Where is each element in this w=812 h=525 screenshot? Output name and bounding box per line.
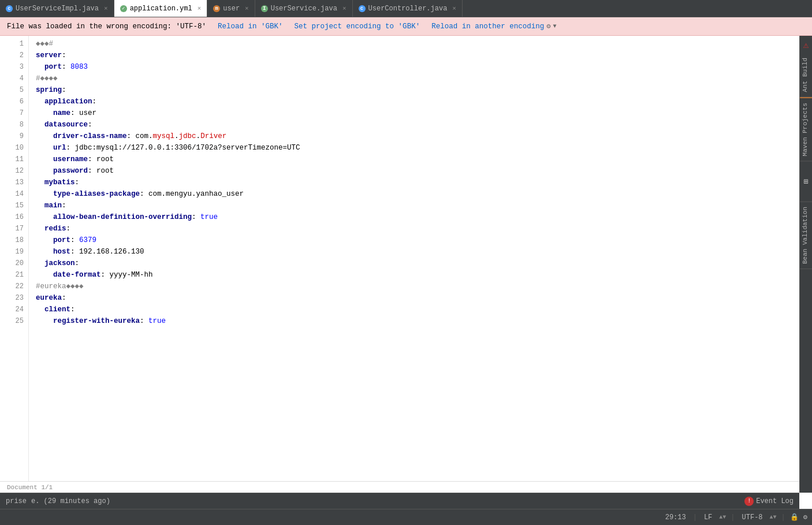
status-right: 29:13 | LF ▲▼ | UTF-8 ▲▼ | 🔒 ⚙ bbox=[658, 513, 812, 522]
code-line-13: mybatis: bbox=[36, 177, 792, 188]
right-sidebar: ⚠ Ant Build Maven Projects ⊞ Database Be… bbox=[799, 36, 812, 493]
code-line-9: driver-class-name: com.mysql.jdbc.Driver bbox=[36, 131, 792, 142]
document-position: Document 1/1 bbox=[7, 484, 53, 491]
git-icon[interactable]: ⚙ bbox=[803, 513, 807, 522]
tab-label: UserServiceImpl.java bbox=[16, 5, 99, 13]
code-content: ◆◆◆# server: port: 8083 #◆◆◆◆ spring: ap… bbox=[29, 36, 799, 481]
status-bar: 29:13 | LF ▲▼ | UTF-8 ▲▼ | 🔒 ⚙ bbox=[0, 509, 812, 525]
encoding-arrow: ▲▼ bbox=[770, 514, 777, 520]
code-line-2: server: bbox=[36, 50, 792, 61]
tab-applicationyml[interactable]: ✓ application.yml × bbox=[114, 0, 208, 17]
dropdown-arrow-icon: ▼ bbox=[553, 23, 556, 29]
tab-icon-c2: c bbox=[359, 5, 366, 12]
line-numbers: 12345 678910 1112131415 1617181920 21222… bbox=[0, 36, 29, 481]
tab-close[interactable]: × bbox=[198, 5, 202, 12]
reload-another-encoding-button[interactable]: Reload in another encoding ⚙ ▼ bbox=[431, 22, 556, 31]
code-line-23: eureka: bbox=[36, 292, 792, 304]
code-line-10: url: jdbc:mysql://127.0.0.1:3306/1702a?s… bbox=[36, 142, 792, 154]
code-line-4: #◆◆◆◆ bbox=[36, 73, 792, 84]
reload-another-label: Reload in another encoding bbox=[431, 23, 544, 31]
tab-bar: c UserServiceImpl.java × ✓ application.y… bbox=[0, 0, 812, 17]
event-log-button[interactable]: ! Event Log bbox=[744, 497, 794, 506]
project-name: prise bbox=[6, 497, 27, 505]
gear-icon: ⚙ bbox=[546, 22, 550, 31]
tab-label: UserController.java bbox=[368, 5, 448, 13]
line-ending-arrow: ▲▼ bbox=[719, 514, 726, 520]
editor-main: 12345 678910 1112131415 1617181920 21222… bbox=[0, 36, 812, 493]
editor-pane: 12345 678910 1112131415 1617181920 21222… bbox=[0, 36, 799, 493]
code-line-11: username: root bbox=[36, 154, 792, 165]
error-indicator-icon[interactable]: ⚠ bbox=[803, 39, 809, 51]
code-line-1: ◆◆◆# bbox=[36, 38, 792, 50]
code-line-21: date-format: yyyy-MM-hh bbox=[36, 269, 792, 281]
lock-icon[interactable]: 🔒 bbox=[790, 513, 799, 522]
code-line-12: password: root bbox=[36, 165, 792, 177]
encoding-indicator[interactable]: UTF-8 bbox=[740, 513, 765, 522]
event-log-icon: ! bbox=[744, 497, 754, 506]
code-line-5: spring: bbox=[36, 84, 792, 96]
line-ending[interactable]: LF bbox=[702, 513, 714, 522]
code-line-8: datasource: bbox=[36, 119, 792, 131]
tab-label: user bbox=[223, 5, 240, 13]
document-footer: Document 1/1 bbox=[0, 481, 799, 493]
cursor-position[interactable]: 29:13 bbox=[663, 513, 688, 522]
last-modified: e. (29 minutes ago) bbox=[31, 497, 110, 505]
tab-label: application.yml bbox=[130, 5, 192, 13]
tab-icon-yaml: ✓ bbox=[120, 5, 127, 12]
code-line-3: port: 8083 bbox=[36, 61, 792, 73]
tab-label: UserService.java bbox=[271, 5, 337, 13]
code-line-14: type-aliases-package: com.mengyu.yanhao_… bbox=[36, 188, 792, 200]
sidebar-panel-database[interactable]: ⊞ Database bbox=[800, 162, 812, 202]
code-line-25: register-with-eureka: true bbox=[36, 315, 792, 327]
reload-gbk-button[interactable]: Reload in 'GBK' bbox=[218, 23, 283, 31]
code-line-16: allow-bean-definition-overriding: true bbox=[36, 211, 792, 223]
tab-close[interactable]: × bbox=[245, 5, 249, 12]
sidebar-panel-ant-build[interactable]: Ant Build bbox=[800, 53, 812, 97]
warning-message: File was loaded in the wrong encoding: '… bbox=[7, 23, 206, 31]
code-line-17: redis: bbox=[36, 223, 792, 234]
code-line-22: #eureka◆◆◆◆ bbox=[36, 281, 792, 292]
code-line-20: jackson: bbox=[36, 258, 792, 269]
tab-icon-i: I bbox=[261, 5, 268, 12]
tab-userserviceimpl[interactable]: c UserServiceImpl.java × bbox=[0, 0, 114, 17]
tab-usercontroller[interactable]: c UserController.java × bbox=[353, 0, 463, 17]
code-line-18: port: 6379 bbox=[36, 234, 792, 246]
bottom-info-bar: prise e. (29 minutes ago) ! Event Log bbox=[0, 493, 799, 509]
warning-bar: File was loaded in the wrong encoding: '… bbox=[0, 17, 812, 36]
set-project-encoding-button[interactable]: Set project encoding to 'GBK' bbox=[295, 23, 420, 31]
tab-user[interactable]: m user × bbox=[207, 0, 255, 17]
sidebar-panel-maven[interactable]: Maven Projects bbox=[800, 98, 812, 161]
code-line-19: host: 192.168.126.130 bbox=[36, 246, 792, 258]
code-editor[interactable]: 12345 678910 1112131415 1617181920 21222… bbox=[0, 36, 799, 481]
tab-close[interactable]: × bbox=[452, 5, 456, 12]
code-line-24: client: bbox=[36, 304, 792, 315]
code-line-15: main: bbox=[36, 200, 792, 211]
code-line-7: name: user bbox=[36, 107, 792, 119]
tab-icon-c: c bbox=[6, 5, 13, 12]
tab-icon-m: m bbox=[213, 5, 220, 12]
tab-close[interactable]: × bbox=[104, 5, 108, 12]
code-line-6: application: bbox=[36, 96, 792, 107]
tab-close[interactable]: × bbox=[342, 5, 347, 12]
sidebar-panel-bean-validation[interactable]: Bean Validation bbox=[800, 202, 812, 269]
event-log-label: Event Log bbox=[756, 497, 794, 505]
tab-userservice[interactable]: I UserService.java × bbox=[255, 0, 353, 17]
database-icon: ⊞ bbox=[802, 179, 811, 184]
